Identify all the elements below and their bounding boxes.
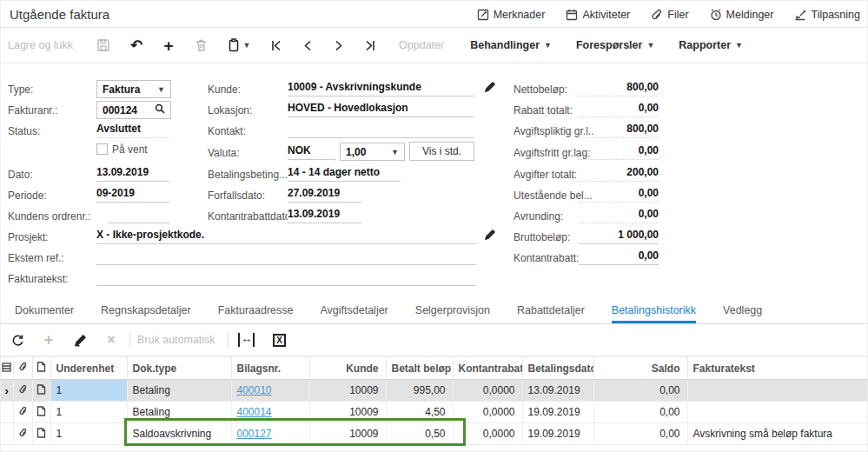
foresporsler-menu[interactable]: Forespørsler▼ [576, 39, 654, 51]
col-kontantrabatt[interactable]: Kontantrabatt [453, 357, 522, 380]
bilagsnr-link[interactable]: 400010 [237, 384, 272, 396]
cell-kontantrabatt[interactable]: 0,0000 [453, 423, 522, 445]
cell-saldo[interactable]: 0,00 [593, 423, 687, 445]
clipboard-menu-icon[interactable]: ▼ [222, 34, 255, 56]
add-icon[interactable]: + [157, 34, 180, 56]
customization-button[interactable]: Tilpasning [794, 9, 860, 21]
attachments-column-icon[interactable] [13, 357, 32, 380]
grid-add-icon[interactable]: + [37, 329, 60, 351]
undo-icon[interactable]: ↶ [125, 34, 148, 56]
cell-saldo[interactable]: 0,00 [593, 380, 687, 402]
cell-fakturatekst[interactable] [687, 402, 868, 423]
cell-bilagsnr[interactable]: 000127 [231, 423, 309, 445]
col-betalingsdato[interactable]: Betalingsdato [522, 357, 593, 380]
currency-rate-dropdown[interactable]: 1,00▼ [340, 143, 405, 161]
tab-fakturaadresse[interactable]: Fakturaadresse [218, 301, 294, 323]
table-row[interactable]: › 1 Betaling 400010 10009 995,00 0,0000 … [1, 380, 868, 402]
cell-fakturatekst[interactable]: Avskrivning små beløp faktura [687, 423, 868, 445]
cell-kontantrabatt[interactable]: 0,0000 [453, 402, 522, 423]
period-value[interactable]: 09-2019 [96, 187, 169, 203]
currency-code[interactable]: NOK [288, 144, 335, 160]
grid-delete-icon[interactable]: × [100, 329, 123, 351]
activities-button[interactable]: Aktiviteter [566, 9, 630, 21]
behandlinger-menu[interactable]: Behandlinger▼ [470, 39, 552, 51]
edit-project-icon[interactable] [484, 229, 496, 241]
note-icon[interactable] [32, 380, 50, 402]
bilagsnr-link[interactable]: 000127 [237, 428, 272, 440]
prev-record-icon[interactable] [296, 34, 319, 56]
cell-kunde[interactable]: 10009 [309, 423, 386, 445]
cell-kontantrabatt[interactable]: 0,0000 [453, 380, 522, 402]
cell-betalingsdato[interactable]: 19.09.2019 [522, 402, 593, 423]
cell-bilagsnr[interactable]: 400014 [231, 402, 309, 423]
first-record-icon[interactable] [265, 34, 288, 56]
col-doktype[interactable]: Dok.type [127, 357, 231, 380]
date-value[interactable]: 13.09.2019 [96, 166, 169, 182]
tab-dokumenter[interactable]: Dokumenter [15, 301, 74, 323]
rapporter-menu[interactable]: Rapporter▼ [679, 39, 743, 51]
note-icon[interactable] [32, 423, 50, 445]
type-dropdown[interactable]: Faktura▼ [96, 80, 171, 98]
save-icon[interactable] [92, 34, 115, 56]
cell-betalingsdato[interactable]: 19.09.2019 [522, 423, 593, 445]
cash-discount-date-value[interactable]: 13.09.2019 [288, 208, 361, 223]
col-kunde[interactable]: Kunde [309, 357, 386, 380]
cell-underenhet[interactable]: 1 [50, 380, 127, 402]
payment-terms-value[interactable]: 14 - 14 dager netto [288, 166, 401, 182]
messages-button[interactable]: Meldinger [710, 9, 774, 21]
edit-customer-icon[interactable] [484, 81, 496, 93]
location-value[interactable]: HOVED - Hovedlokasjon [288, 102, 474, 117]
on-hold-checkbox[interactable] [96, 143, 108, 155]
cell-bilagsnr[interactable]: 400010 [231, 380, 309, 402]
project-value[interactable]: X - Ikke-prosjektkode. [96, 229, 476, 244]
external-ref-value[interactable] [96, 249, 476, 265]
delete-icon[interactable] [189, 34, 212, 56]
save-and-close-button[interactable]: Lagre og lukk [8, 39, 73, 51]
col-bilagsnr[interactable]: Bilagsnr. [231, 357, 309, 380]
due-date-value[interactable]: 27.09.2019 [288, 187, 361, 203]
tab-selgerprovisjon[interactable]: Selgerprovisjon [415, 301, 490, 323]
col-saldo[interactable]: Saldo [593, 357, 687, 380]
cell-saldo[interactable]: 0,00 [593, 402, 687, 423]
cell-betalt[interactable]: 995,00 [386, 380, 453, 402]
invoice-text-value[interactable] [96, 270, 476, 286]
fit-width-icon[interactable]: ↔ [235, 329, 258, 351]
refresh-icon[interactable] [6, 329, 29, 351]
contact-value[interactable] [288, 123, 474, 138]
notes-column-icon[interactable] [32, 357, 50, 380]
notes-button[interactable]: Merknader [477, 9, 546, 21]
paperclip-icon[interactable] [13, 380, 32, 402]
cell-underenhet[interactable]: 1 [50, 402, 127, 423]
customer-value[interactable]: 10009 - Avskrivningskunde [288, 81, 474, 96]
cell-kunde[interactable]: 10009 [309, 402, 386, 423]
tab-rabattdetaljer[interactable]: Rabattdetaljer [517, 301, 585, 323]
paperclip-icon[interactable] [13, 402, 32, 423]
search-icon[interactable] [155, 103, 165, 116]
cell-doktype[interactable]: Saldoavskrivning [127, 423, 231, 445]
invoice-no-input[interactable]: 000124 [96, 101, 171, 119]
tab-vedlegg[interactable]: Vedlegg [723, 301, 762, 323]
tab-avgiftsdetaljer[interactable]: Avgiftsdetaljer [321, 301, 388, 323]
update-button[interactable]: Oppdater [399, 39, 444, 51]
grid-edit-icon[interactable] [69, 329, 91, 351]
col-fakturatekst[interactable]: Fakturatekst [687, 357, 868, 380]
cell-fakturatekst[interactable] [687, 380, 868, 402]
row-settings-icon[interactable] [1, 357, 13, 380]
paperclip-icon[interactable] [13, 423, 32, 445]
tab-regnskapsdetaljer[interactable]: Regnskapsdetaljer [101, 301, 191, 323]
files-button[interactable]: Filer [651, 9, 688, 21]
cell-underenhet[interactable]: 1 [50, 423, 127, 445]
tab-betalingshistorikk[interactable]: Betalingshistorikk [612, 301, 696, 323]
cell-kunde[interactable]: 10009 [309, 380, 386, 402]
view-base-button[interactable]: Vis i std. [409, 142, 474, 161]
col-betalt-belop[interactable]: Betalt beløp [386, 357, 453, 380]
bilagsnr-link[interactable]: 400014 [237, 406, 272, 418]
col-underenhet[interactable]: Underenhet [50, 357, 127, 380]
note-icon[interactable] [32, 402, 50, 423]
export-excel-icon[interactable]: X [268, 329, 291, 351]
cell-betalt[interactable]: 4,50 [386, 402, 453, 423]
table-row[interactable]: 1 Betaling 400014 10009 4,50 0,0000 19.0… [1, 402, 868, 423]
table-row-saldoavskrivning[interactable]: 1 Saldoavskrivning 000127 10009 0,50 0,0… [1, 423, 868, 445]
cell-betalt[interactable]: 0,50 [386, 423, 453, 445]
apply-auto-button[interactable]: Bruk automatisk [137, 334, 215, 346]
